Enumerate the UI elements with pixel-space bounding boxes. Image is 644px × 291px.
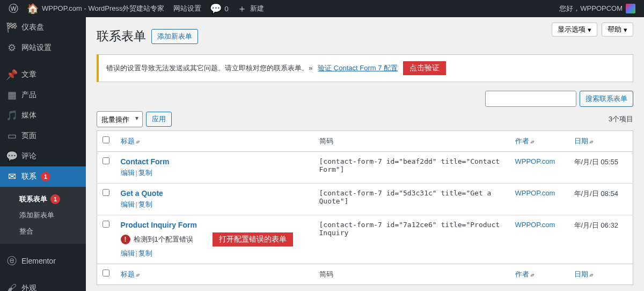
admin-menu: 🏁仪表盘 ⚙网站设置 📌文章 ▦产品 🎵媒体 ▭页面 💬评论 ✉联系1 联系表单… — [0, 17, 86, 291]
grid-icon: ▦ — [6, 89, 17, 101]
duplicate-link[interactable]: 复制 — [138, 169, 152, 177]
duplicate-link[interactable]: 复制 — [138, 200, 152, 208]
edit-link[interactable]: 编辑 — [121, 249, 135, 257]
sort-icon: ▴▾ — [136, 272, 139, 278]
date-text: 年/月/日 05:55 — [574, 158, 618, 166]
site-title: WPPOP.com - WordPress外贸建站专家 — [42, 4, 165, 13]
wordpress-icon: ⓦ — [9, 4, 18, 13]
shortcode-text: [contact-form-7 id="5d3c31c" title="Get … — [319, 189, 492, 205]
page-icon: ▭ — [6, 130, 17, 142]
mail-icon: ✉ — [6, 171, 17, 183]
table-row: Get a Quote 编辑|复制 [contact-form-7 id="5d… — [97, 184, 633, 215]
col-shortcode: 简码 — [319, 137, 333, 145]
page-title: 联系表单 — [97, 28, 146, 45]
content-area: 显示选项▾ 帮助▾ 联系表单 添加新表单 错误的设置导致无法发送或其它问题。请立… — [86, 17, 644, 291]
sort-icon: ▴▾ — [530, 139, 533, 144]
author-link[interactable]: WPPOP.com — [515, 157, 555, 165]
brush-icon: 🖌 — [6, 282, 17, 291]
site-settings-link[interactable]: 网站设置 — [169, 0, 206, 17]
menu-elementor[interactable]: ⓔElementor — [0, 250, 86, 272]
search-button[interactable]: 搜索联系表单 — [580, 91, 633, 107]
wp-logo[interactable]: ⓦ — [4, 0, 23, 17]
submenu-contact-forms[interactable]: 联系表单1 — [0, 191, 86, 207]
plus-icon: ＋ — [237, 4, 247, 13]
validate-config-link[interactable]: 验证 Contact Form 7 配置 — [318, 63, 398, 73]
menu-comments[interactable]: 💬评论 — [0, 146, 86, 166]
menu-site-settings[interactable]: ⚙网站设置 — [0, 38, 86, 58]
duplicate-link[interactable]: 复制 — [138, 249, 152, 257]
my-account[interactable]: 您好，WPPOPCOM — [555, 0, 640, 17]
table-row: Product Inquiry Form !检测到1个配置错误 打开配置错误的表… — [97, 215, 633, 264]
sort-icon: ▴▾ — [530, 272, 533, 278]
col-title-sort[interactable]: 标题▴▾ — [121, 137, 139, 145]
bulk-action-select[interactable]: 批量操作 — [97, 111, 143, 127]
form-title-link[interactable]: Product Inquiry Form — [121, 221, 197, 229]
comments-link[interactable]: 💬0 — [206, 0, 233, 17]
pin-icon: 📌 — [6, 69, 17, 81]
submenu-integration[interactable]: 整合 — [0, 223, 86, 239]
callout-validate: 点击验证 — [403, 61, 446, 75]
form-title-link[interactable]: Get a Quote — [121, 189, 163, 198]
row-checkbox[interactable] — [103, 221, 109, 228]
comment-icon: 💬 — [210, 4, 222, 13]
config-warning-notice: 错误的设置导致无法发送或其它问题。请立即核对您的联系表单。» 验证 Contac… — [97, 54, 633, 82]
col-author-sort[interactable]: 作者▴▾ — [515, 137, 533, 145]
dashboard-icon: 🏁 — [6, 21, 17, 33]
home-icon: 🏠 — [27, 4, 39, 13]
row-checkbox[interactable] — [103, 157, 109, 164]
menu-badge: 1 — [41, 172, 50, 181]
submenu-badge: 1 — [50, 194, 60, 204]
comment-icon: 💬 — [6, 150, 17, 162]
edit-link[interactable]: 编辑 — [121, 169, 135, 177]
menu-contact[interactable]: ✉联系1 — [0, 166, 86, 187]
menu-dashboard[interactable]: 🏁仪表盘 — [0, 17, 86, 38]
menu-pages[interactable]: ▭页面 — [0, 126, 86, 146]
table-row: Contact Form 编辑|复制 [contact-form-7 id="b… — [97, 152, 633, 184]
col-title-sort[interactable]: 标题▴▾ — [121, 270, 139, 278]
menu-appearance[interactable]: 🖌外观 — [0, 278, 86, 291]
date-text: 年/月/日 08:54 — [574, 190, 618, 198]
add-new-button[interactable]: 添加新表单 — [151, 29, 198, 44]
callout-open-error: 打开配置错误的表单 — [213, 232, 293, 246]
menu-posts[interactable]: 📌文章 — [0, 64, 86, 85]
col-date-sort[interactable]: 日期▴▾ — [574, 270, 592, 278]
admin-bar: ⓦ 🏠WPPOP.com - WordPress外贸建站专家 网站设置 💬0 ＋… — [0, 0, 644, 17]
help-button[interactable]: 帮助▾ — [602, 23, 633, 37]
sort-icon: ▴▾ — [589, 139, 592, 144]
date-text: 年/月/日 06:32 — [574, 221, 618, 229]
error-icon: ! — [121, 235, 130, 244]
search-input[interactable] — [485, 91, 576, 107]
screen-options-button[interactable]: 显示选项▾ — [552, 23, 597, 37]
sort-icon: ▴▾ — [136, 139, 139, 144]
shortcode-text: [contact-form-7 id="7a12ce6" title="Prod… — [319, 221, 500, 237]
col-date-sort[interactable]: 日期▴▾ — [574, 137, 592, 145]
forms-table: 标题▴▾ 简码 作者▴▾ 日期▴▾ Contact Form 编辑|复制 [co… — [97, 130, 633, 285]
chevron-down-icon: ▾ — [624, 26, 627, 34]
col-author-sort[interactable]: 作者▴▾ — [515, 270, 533, 278]
edit-link[interactable]: 编辑 — [121, 200, 135, 208]
apply-button[interactable]: 应用 — [146, 112, 172, 127]
elementor-icon: ⓔ — [6, 254, 17, 267]
submenu-add-new[interactable]: 添加新表单 — [0, 207, 86, 223]
new-content[interactable]: ＋新建 — [233, 0, 268, 17]
config-error-text: 检测到1个配置错误 — [134, 235, 193, 244]
site-name[interactable]: 🏠WPPOP.com - WordPress外贸建站专家 — [23, 0, 169, 17]
item-count: 3个项目 — [609, 114, 633, 124]
row-checkbox[interactable] — [103, 189, 109, 196]
col-shortcode: 简码 — [319, 270, 333, 278]
select-all-checkbox-footer[interactable] — [103, 270, 109, 277]
select-all-checkbox[interactable] — [103, 136, 109, 143]
notice-text: 错误的设置导致无法发送或其它问题。请立即核对您的联系表单。» — [106, 63, 312, 73]
shortcode-text: [contact-form-7 id="beaf2dd" title="Cont… — [319, 157, 500, 173]
gear-icon: ⚙ — [6, 42, 17, 54]
menu-products[interactable]: ▦产品 — [0, 85, 86, 105]
avatar — [626, 4, 635, 13]
form-title-link[interactable]: Contact Form — [121, 157, 170, 166]
submenu-contact: 联系表单1 添加新表单 整合 — [0, 187, 86, 244]
chevron-down-icon: ▾ — [588, 26, 591, 34]
author-link[interactable]: WPPOP.com — [515, 189, 555, 197]
menu-media[interactable]: 🎵媒体 — [0, 105, 86, 126]
author-link[interactable]: WPPOP.com — [515, 221, 555, 229]
sort-icon: ▴▾ — [589, 272, 592, 278]
media-icon: 🎵 — [6, 110, 17, 121]
